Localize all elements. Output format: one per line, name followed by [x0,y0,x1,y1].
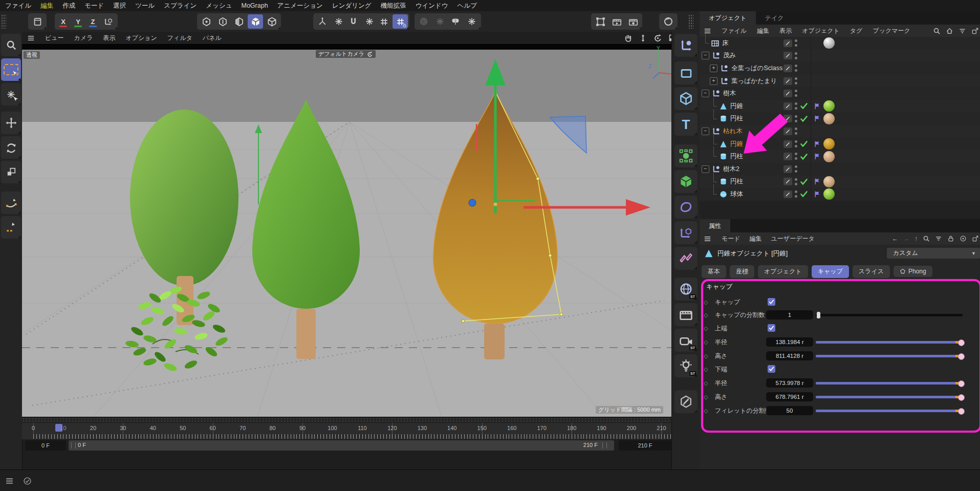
camera-label-chip[interactable]: デフォルトカメラ [316,50,376,58]
cap-checkbox[interactable] [768,298,775,306]
hamburger-icon[interactable] [704,235,711,243]
enabled-check-icon[interactable] [800,115,808,123]
tab-attributes[interactable]: 属性 [700,219,730,232]
move-tool-button[interactable] [1,112,21,134]
object-manager-menu-items-item[interactable]: 表示 [779,27,792,35]
popout-icon[interactable] [971,27,979,35]
render-settings-button[interactable] [625,14,641,29]
object-manager-menu-items-item[interactable]: 編集 [757,27,769,35]
material-thumb-green[interactable] [823,100,835,112]
hamburger-icon[interactable] [27,34,35,42]
bottom-radius-slider[interactable] [816,382,963,385]
material-thumb-tan[interactable] [823,151,835,162]
fillet-segments-input[interactable]: 50 [766,406,813,415]
search-icon[interactable] [933,27,941,35]
edit-toggle[interactable] [783,178,792,185]
edit-toggle[interactable] [783,102,792,110]
add-deformer-button[interactable] [674,170,698,193]
tab-object[interactable]: オブジェクト [758,265,808,278]
visibility-dots[interactable] [795,140,797,143]
visibility-dots[interactable] [795,153,797,155]
top-height-slider[interactable] [816,355,963,357]
tree-row-sphere[interactable]: 球体 [700,188,980,201]
key-diamond-icon[interactable]: ◇ [704,394,711,400]
orbit-rotate-icon[interactable] [654,34,662,42]
material-thumb-tan[interactable] [823,113,835,124]
object-label[interactable]: 樹木 [723,89,736,98]
top-checkbox[interactable] [768,324,775,332]
cap-segments-slider[interactable] [816,314,963,316]
object-manager-menu-items-item[interactable]: ファイル [722,27,747,35]
layout-manager-button[interactable] [30,14,45,29]
filter-icon[interactable] [935,235,942,242]
edit-toggle[interactable] [783,52,792,59]
edit-toggle[interactable] [783,77,792,85]
polygon-mode-button[interactable] [231,14,247,29]
preset-dropdown[interactable]: カスタム ▼ [887,248,980,259]
popout-icon[interactable] [972,235,979,242]
object-label[interactable]: 円柱 [730,114,743,123]
visibility-dots[interactable] [795,115,797,118]
key-diamond-icon[interactable]: ◇ [704,325,711,332]
timeline-grip-strip[interactable] [22,417,671,422]
scale-tool-button[interactable] [1,161,21,183]
material-editor-button[interactable] [674,390,698,413]
object-label[interactable]: 円錐 [730,102,743,111]
visibility-dots[interactable] [795,178,797,181]
collapse-box[interactable]: − [702,90,709,97]
tree-row-cone1[interactable]: 円錐 [700,100,980,113]
object-label[interactable]: 床 [722,39,729,48]
edit-toggle[interactable] [783,127,792,135]
spline-pen-button[interactable] [1,191,21,214]
add-camera-button[interactable]: ST [674,329,698,352]
material-thumb-white[interactable] [823,37,835,49]
object-label[interactable]: 円柱 [730,152,743,161]
phong-tag-icon[interactable] [814,102,821,110]
range-left-grip[interactable] [71,442,76,449]
texture-mode-button[interactable] [264,14,279,29]
home-icon[interactable] [946,27,953,35]
lock-y-button[interactable]: Y [71,15,85,29]
main-menubar-item[interactable]: 作成 [62,2,75,10]
world-axis-button[interactable] [101,14,116,29]
gizmo-center-dot[interactable] [469,199,476,206]
timeline-end-field[interactable]: 210 F [619,440,671,451]
bottom-height-slider[interactable] [816,396,963,398]
visibility-dots[interactable] [795,90,797,92]
bottom-checkbox[interactable] [768,365,775,373]
viewport-menu-items-item[interactable]: カメラ [74,34,93,42]
edit-toggle[interactable] [783,165,792,173]
viewport-menu-items-item[interactable]: フィルタ [167,34,192,42]
phong-tag-icon[interactable] [814,153,821,160]
add-modeling-button[interactable] [674,247,698,270]
enabled-check-icon[interactable] [800,190,808,198]
expand-box[interactable]: + [710,77,717,85]
edit-toggle[interactable] [783,153,792,160]
rotate-tool-button[interactable] [1,136,21,159]
lock-z-button[interactable]: Z [86,15,100,29]
symmetry-settings-button[interactable] [464,14,480,29]
edit-toggle[interactable] [783,190,792,198]
visibility-dots[interactable] [795,52,797,55]
add-subdivision-button[interactable] [674,196,698,219]
main-menubar-item[interactable]: メッシュ [206,2,232,10]
point-mode-button[interactable] [199,14,214,29]
rectangle-selection-button[interactable] [1,58,21,81]
add-text-button[interactable]: T [674,113,698,136]
zoom-updown-icon[interactable] [639,34,647,42]
tab-coords[interactable]: 座標 [730,265,754,278]
history-forward-icon[interactable]: → [903,235,909,242]
tab-basic[interactable]: 基本 [702,265,726,278]
timeline-ruler[interactable]: 0102030405060708090100110120130140150160… [22,423,671,439]
main-menubar-item[interactable]: スプライン [164,2,197,10]
search-commander-button[interactable] [1,34,21,56]
bottom-height-input[interactable]: 678.7961 r [766,392,813,401]
new-material-button[interactable] [661,14,676,29]
object-label[interactable]: 全葉っぱのSclass [731,64,782,73]
grid-button[interactable] [376,14,391,29]
tree-row-cyl3[interactable]: 円柱 [700,176,980,188]
render-view-button[interactable] [609,14,624,29]
snap-button[interactable] [345,14,361,29]
material-thumb-gold[interactable] [823,138,835,150]
main-menubar-item[interactable]: レンダリング [332,2,372,10]
